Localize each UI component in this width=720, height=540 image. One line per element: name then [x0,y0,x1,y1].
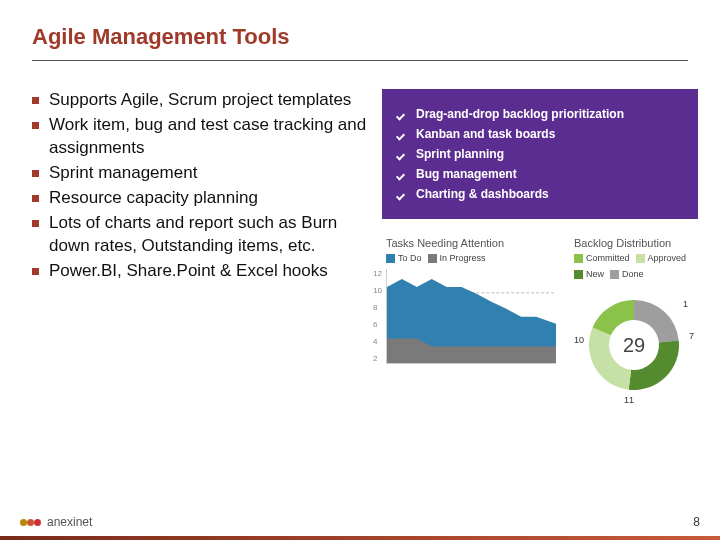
bullet-icon [32,220,39,227]
y-axis-ticks: 12 10 8 6 4 2 [373,269,382,363]
feature-text: Charting & dashboards [416,187,549,201]
legend-label: Done [622,269,644,279]
feature-item: Sprint planning [396,147,684,161]
legend-item: Approved [636,253,687,263]
slice-label: 10 [574,335,584,345]
bullet-item: Supports Agile, Scrum project templates [32,89,372,112]
legend-swatch [610,270,619,279]
donut-legend: Committed Approved New Done [574,253,694,279]
legend-swatch [574,254,583,263]
legend-swatch [574,270,583,279]
graphics-column: Drag-and-drop backlog prioritization Kan… [382,89,698,409]
bullet-list: Supports Agile, Scrum project templates … [32,89,372,283]
chart-title: Tasks Needing Attention [386,237,556,249]
bullet-icon [32,122,39,129]
bullet-text: Work item, bug and test case tracking an… [49,114,372,160]
donut-chart: 29 1 7 11 10 [574,285,694,405]
slide: Agile Management Tools Supports Agile, S… [0,0,720,540]
slice-label: 7 [689,331,694,341]
bullet-icon [32,268,39,275]
logo-dot-icon [34,519,41,526]
donut-chart-card: Backlog Distribution Committed Approved … [570,233,698,409]
feature-item: Charting & dashboards [396,187,684,201]
logo-text: anexinet [47,515,92,529]
feature-text: Drag-and-drop backlog prioritization [416,107,624,121]
legend-swatch [428,254,437,263]
logo-dot-icon [20,519,27,526]
legend-item: Committed [574,253,630,263]
area-chart-card: Tasks Needing Attention To Do In Progres… [382,233,560,409]
check-icon [396,188,408,200]
bullet-item: Sprint management [32,162,372,185]
area-chart-svg [387,269,556,363]
bullet-text: Power.BI, Share.Point & Excel hooks [49,260,328,283]
feature-callout-box: Drag-and-drop backlog prioritization Kan… [382,89,698,219]
feature-item: Drag-and-drop backlog prioritization [396,107,684,121]
logo-dot-icon [27,519,34,526]
tick-label: 6 [373,320,382,329]
legend-label: Approved [648,253,687,263]
check-icon [396,108,408,120]
charts-row: Tasks Needing Attention To Do In Progres… [382,233,698,409]
body-row: Supports Agile, Scrum project templates … [32,89,688,409]
donut-total: 29 [623,334,645,357]
tick-label: 4 [373,337,382,346]
check-icon [396,168,408,180]
slice-label: 1 [683,299,688,309]
legend-swatch [386,254,395,263]
slice-label: 11 [624,395,634,405]
legend-item: In Progress [428,253,486,263]
check-icon [396,128,408,140]
legend-swatch [636,254,645,263]
footer-accent-bar [0,536,720,540]
check-icon [396,148,408,160]
chart-title: Backlog Distribution [574,237,694,249]
bullet-text: Lots of charts and report such as Burn d… [49,212,372,258]
area-chart: 12 10 8 6 4 2 [386,269,556,364]
divider [32,60,688,61]
legend-item: Done [610,269,644,279]
legend-item: New [574,269,604,279]
bullet-item: Power.BI, Share.Point & Excel hooks [32,260,372,283]
feature-text: Sprint planning [416,147,504,161]
legend-label: New [586,269,604,279]
legend-item: To Do [386,253,422,263]
bullet-icon [32,170,39,177]
bullet-item: Resource capacity planning [32,187,372,210]
bullet-item: Work item, bug and test case tracking an… [32,114,372,160]
tick-label: 10 [373,286,382,295]
tick-label: 2 [373,354,382,363]
feature-text: Bug management [416,167,517,181]
tick-label: 8 [373,303,382,312]
tick-label: 12 [373,269,382,278]
bullet-text: Resource capacity planning [49,187,258,210]
bullet-item: Lots of charts and report such as Burn d… [32,212,372,258]
bullet-icon [32,195,39,202]
footer: anexinet 8 [0,504,720,540]
logo: anexinet [20,515,92,529]
page-number: 8 [693,515,700,529]
feature-item: Bug management [396,167,684,181]
legend-label: Committed [586,253,630,263]
legend-label: In Progress [440,253,486,263]
legend-label: To Do [398,253,422,263]
bullet-column: Supports Agile, Scrum project templates … [32,89,372,409]
bullet-icon [32,97,39,104]
area-legend: To Do In Progress [386,253,556,263]
bullet-text: Sprint management [49,162,197,185]
feature-item: Kanban and task boards [396,127,684,141]
feature-text: Kanban and task boards [416,127,555,141]
bullet-text: Supports Agile, Scrum project templates [49,89,351,112]
page-title: Agile Management Tools [32,24,688,50]
